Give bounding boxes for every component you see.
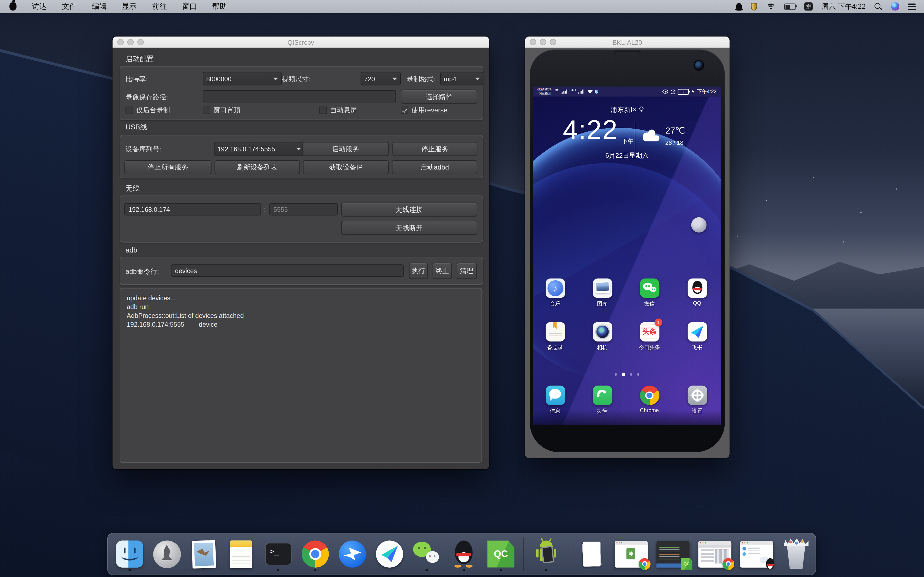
dock-minimized-chrome-window[interactable]: 坤: [614, 537, 648, 571]
screen-bottom-fade: [533, 410, 720, 425]
weather-location: 浦东新区: [533, 105, 720, 114]
chrome-icon: [302, 540, 329, 568]
menu-view[interactable]: 显示: [122, 2, 137, 11]
wireless-disconnect-button[interactable]: 无线断开: [341, 221, 477, 235]
dock-finder[interactable]: [115, 537, 144, 571]
minimized-window-thumbnail: [698, 541, 731, 567]
siri-icon[interactable]: [891, 2, 899, 11]
dock-qq[interactable]: [449, 537, 478, 571]
video-size-combobox[interactable]: 720: [360, 72, 401, 85]
menu-go[interactable]: 前往: [152, 2, 167, 11]
save-path-input[interactable]: [203, 90, 396, 103]
chrome-icon: [640, 386, 659, 405]
choose-path-button[interactable]: 选择路径: [401, 90, 477, 103]
app-toutiao[interactable]: 头条 1 今日头条: [630, 322, 669, 351]
apple-menu-icon[interactable]: [9, 2, 16, 11]
dock-notes[interactable]: [226, 537, 256, 571]
search-icon[interactable]: [874, 3, 882, 10]
app-notes[interactable]: 备忘录: [536, 322, 575, 351]
dock-separator: [523, 537, 524, 571]
input-method-icon[interactable]: 拼: [804, 2, 813, 11]
finder-icon: [116, 540, 143, 568]
phone-titlebar[interactable]: BKL-AL20: [525, 37, 730, 48]
adb-command-label: adb命令行:: [125, 268, 159, 276]
adb-clear-button[interactable]: 清理: [457, 263, 477, 279]
phone-front-camera: [695, 61, 703, 69]
menu-window[interactable]: 窗口: [182, 2, 197, 11]
dock-separator: [569, 537, 569, 571]
checkbox-always-on-top[interactable]: 窗口置顶: [203, 106, 240, 115]
dock-feishu[interactable]: [375, 537, 404, 571]
dock-mail[interactable]: [189, 537, 219, 571]
dock-minimized-browser-window[interactable]: [698, 537, 732, 571]
dock-trash[interactable]: [781, 537, 811, 571]
video-size-label: 视频尺寸:: [282, 75, 310, 84]
minimized-window-thumbnail: 坤: [615, 541, 648, 567]
desktop-stage: 访达 文件 编辑 显示 前往 窗口 帮助 拼 周六 下午4:22: [0, 0, 924, 577]
menu-edit[interactable]: 编辑: [92, 2, 107, 11]
menu-help[interactable]: 帮助: [212, 2, 227, 11]
network-type: 3G: [555, 88, 560, 92]
adb-run-button[interactable]: 执行: [409, 263, 428, 279]
phone-status-bar: 优酷移动 中国联通 3G 4G ψ 38 下午4:22: [533, 87, 720, 97]
checkbox-background-record[interactable]: 仅后台录制: [125, 106, 170, 115]
dock-qtcreator[interactable]: QC: [486, 537, 515, 571]
refresh-devices-button[interactable]: 刷新设备列表: [215, 160, 300, 174]
record-format-combobox[interactable]: mp4: [440, 72, 483, 85]
thunder-bird-icon: [339, 540, 366, 568]
menu-finder[interactable]: 访达: [32, 2, 47, 11]
app-gallery[interactable]: 图库: [583, 279, 622, 308]
dock-launchpad[interactable]: [152, 537, 181, 571]
get-device-ip-button[interactable]: 获取设备IP: [303, 160, 389, 174]
checkbox-box[interactable]: [203, 106, 210, 114]
app-music[interactable]: ♪ 音乐: [536, 279, 575, 308]
shield-tray-icon[interactable]: [751, 3, 758, 10]
bitrate-label: 比特率:: [125, 75, 148, 84]
app-camera[interactable]: 相机: [583, 322, 622, 351]
floating-touch-ball[interactable]: [691, 218, 707, 233]
bitrate-combobox[interactable]: 8000000: [203, 72, 282, 85]
dock-terminal[interactable]: >_: [263, 537, 293, 571]
dock-minimized-qtcreator-window[interactable]: QC: [656, 537, 690, 571]
menu-file[interactable]: 文件: [62, 2, 77, 11]
dock-scrcpy[interactable]: [531, 537, 561, 571]
menu-bar-clock[interactable]: 周六 下午4:22: [822, 2, 866, 11]
save-path-label: 录像保存路径:: [125, 93, 168, 102]
app-feishu[interactable]: 飞书: [678, 322, 716, 351]
checkbox-auto-screen-off[interactable]: 自动息屏: [319, 106, 357, 115]
phone-screen[interactable]: 优酷移动 中国联通 3G 4G ψ 38 下午4:22 浦东新区: [533, 87, 720, 425]
wifi-icon[interactable]: [766, 3, 775, 10]
checkbox-use-reverse[interactable]: 使用reverse: [401, 106, 447, 115]
dock-minimized-qq-chat-window[interactable]: [740, 537, 774, 571]
app-wechat[interactable]: 微信: [630, 279, 669, 308]
dock-documents-stack[interactable]: [577, 537, 606, 571]
start-adbd-button[interactable]: 启动adbd: [392, 160, 477, 174]
phone-mirror-window: BKL-AL20 优酷移动 中国联通 3G 4G ψ: [525, 37, 730, 458]
dock-wechat[interactable]: [412, 537, 441, 571]
notification-center-icon[interactable]: [908, 3, 916, 10]
adb-kill-button[interactable]: 终止: [433, 263, 452, 279]
checkbox-box[interactable]: [319, 106, 327, 114]
wireless-ip-input[interactable]: [124, 203, 261, 215]
adb-command-input[interactable]: [171, 264, 404, 277]
serial-combobox[interactable]: 192.168.0.174:5555: [214, 142, 305, 156]
minimized-window-thumbnail: QC: [656, 541, 690, 567]
stop-service-button[interactable]: 停止服务: [393, 142, 477, 156]
dock-thunder[interactable]: [338, 537, 367, 571]
stop-all-services-button[interactable]: 停止所有服务: [124, 160, 212, 174]
battery-icon[interactable]: [785, 3, 796, 10]
checkbox-box[interactable]: [401, 106, 409, 114]
qtscrcpy-titlebar[interactable]: QtScrcpy: [113, 37, 489, 48]
wireless-port-input[interactable]: [269, 203, 338, 215]
start-service-button[interactable]: 启动服务: [302, 142, 389, 156]
music-icon: ♪: [545, 279, 565, 298]
eye-comfort-icon: [663, 90, 669, 94]
qq-tray-icon[interactable]: [736, 3, 742, 10]
dock-chrome[interactable]: [300, 537, 330, 571]
wireless-connect-button[interactable]: 无线连接: [341, 203, 477, 216]
documents-icon: [581, 540, 602, 568]
app-qq[interactable]: QQ: [678, 279, 716, 306]
signal-bars-icon: [578, 90, 583, 93]
checkbox-box[interactable]: [125, 106, 133, 114]
app-chrome[interactable]: Chrome: [630, 386, 669, 414]
